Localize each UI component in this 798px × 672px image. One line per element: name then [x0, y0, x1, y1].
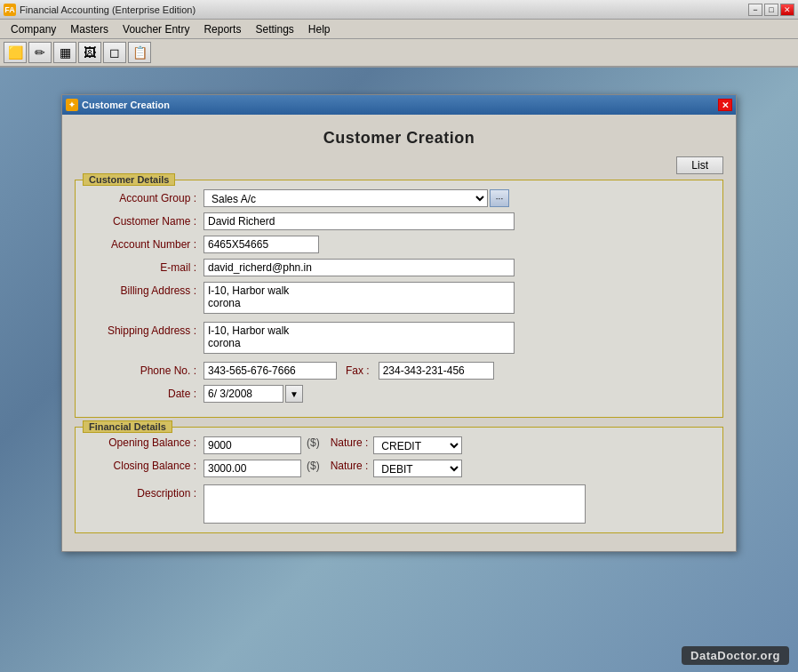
- dialog-close-button[interactable]: ✕: [718, 99, 732, 111]
- billing-address-label: Billing Address :: [88, 282, 203, 297]
- email-label: E-mail :: [88, 259, 203, 274]
- dialog-icon: ✦: [66, 99, 78, 111]
- account-number-label: Account Number :: [88, 236, 203, 251]
- maximize-button[interactable]: □: [764, 4, 778, 16]
- menu-bar: Company Masters Voucher Entry Reports Se…: [0, 20, 798, 39]
- closing-balance-row: Closing Balance : ($) Nature : DEBIT CRE…: [88, 460, 710, 477]
- minimize-button[interactable]: −: [748, 4, 762, 16]
- opening-nature-select[interactable]: CREDIT DEBIT: [373, 436, 462, 454]
- customer-name-input[interactable]: [203, 212, 515, 230]
- customer-name-control: [203, 212, 710, 230]
- toolbar-grid-btn[interactable]: ▦: [53, 42, 76, 63]
- toolbar-new-btn[interactable]: 🟨: [4, 42, 27, 63]
- toolbar-image-btn[interactable]: 🖼: [78, 42, 101, 63]
- closing-nature-label: Nature :: [325, 460, 374, 472]
- customer-details-group: Customer Details Account Group : Sales A…: [75, 180, 723, 418]
- shipping-address-label: Shipping Address :: [88, 322, 203, 337]
- main-area: ✦ Customer Creation ✕ Customer Creation …: [0, 68, 798, 672]
- dialog-title-text: Customer Creation: [82, 100, 170, 110]
- watermark: DataDoctor.org: [682, 646, 789, 665]
- dialog-body: Customer Creation List Customer Details …: [62, 115, 736, 551]
- customer-name-row: Customer Name :: [88, 212, 710, 230]
- date-control: ▼: [203, 385, 710, 403]
- dialog-title-left: ✦ Customer Creation: [66, 99, 170, 111]
- shipping-address-control: I-10, Harbor walk corona: [203, 322, 710, 356]
- billing-address-row: Billing Address : I-10, Harbor walk coro…: [88, 282, 710, 316]
- toolbar-box-btn[interactable]: ◻: [103, 42, 126, 63]
- account-number-input[interactable]: [203, 236, 319, 253]
- closing-balance-label: Closing Balance :: [88, 460, 203, 472]
- description-input[interactable]: [203, 484, 586, 524]
- list-button[interactable]: List: [676, 156, 723, 174]
- phone-input[interactable]: [203, 362, 337, 380]
- account-group-control: Sales A/c Purchase A/c Cash A/c ···: [203, 189, 710, 207]
- phone-fax-control: Fax :: [203, 362, 710, 380]
- menu-settings[interactable]: Settings: [248, 21, 300, 37]
- date-label: Date :: [88, 385, 203, 400]
- customer-details-legend: Customer Details: [83, 173, 175, 186]
- account-group-select[interactable]: Sales A/c Purchase A/c Cash A/c: [203, 189, 488, 207]
- account-number-row: Account Number :: [88, 236, 710, 253]
- billing-address-control: I-10, Harbor walk corona: [203, 282, 710, 316]
- date-inner: ▼: [203, 385, 710, 403]
- closing-balance-input[interactable]: [203, 460, 301, 477]
- closing-currency-symbol: ($): [301, 460, 325, 472]
- email-control: [203, 259, 710, 276]
- menu-company[interactable]: Company: [4, 21, 63, 37]
- account-number-control: [203, 236, 710, 253]
- opening-balance-label: Opening Balance :: [88, 436, 203, 449]
- description-row: Description :: [88, 484, 710, 524]
- shipping-address-input[interactable]: I-10, Harbor walk corona: [203, 322, 515, 354]
- phone-fax-inner: Fax :: [203, 362, 710, 380]
- dialog-title-bar: ✦ Customer Creation ✕: [62, 95, 736, 115]
- financial-details-group: Financial Details Opening Balance : ($) …: [75, 427, 723, 533]
- menu-voucher-entry[interactable]: Voucher Entry: [116, 21, 196, 37]
- fax-label: Fax :: [342, 364, 373, 377]
- account-group-row: Account Group : Sales A/c Purchase A/c C…: [88, 189, 710, 207]
- menu-reports[interactable]: Reports: [196, 21, 248, 37]
- dialog-header-title: Customer Creation: [75, 124, 723, 156]
- description-label: Description :: [88, 484, 203, 500]
- financial-details-legend: Financial Details: [83, 420, 172, 433]
- date-picker-btn[interactable]: ▼: [285, 385, 303, 403]
- phone-fax-row: Phone No. : Fax :: [88, 362, 710, 380]
- toolbar: 🟨 ✏ ▦ 🖼 ◻ 📋: [0, 39, 798, 68]
- title-bar-left: FA Financial Accounting (Enterprise Edit…: [4, 4, 196, 16]
- opening-currency-symbol: ($): [301, 436, 325, 449]
- shipping-address-row: Shipping Address : I-10, Harbor walk cor…: [88, 322, 710, 356]
- toolbar-edit-btn[interactable]: ✏: [28, 42, 52, 63]
- toolbar-print-btn[interactable]: 📋: [128, 42, 151, 63]
- menu-masters[interactable]: Masters: [63, 21, 116, 37]
- title-bar: FA Financial Accounting (Enterprise Edit…: [0, 0, 798, 20]
- opening-balance-row: Opening Balance : ($) Nature : CREDIT DE…: [88, 436, 710, 454]
- email-input[interactable]: [203, 259, 515, 276]
- account-group-browse-btn[interactable]: ···: [490, 189, 509, 207]
- customer-creation-dialog: ✦ Customer Creation ✕ Customer Creation …: [61, 94, 737, 552]
- email-row: E-mail :: [88, 259, 710, 276]
- date-input[interactable]: [203, 385, 283, 403]
- phone-label: Phone No. :: [88, 362, 203, 377]
- app-icon: FA: [4, 4, 16, 16]
- customer-name-label: Customer Name :: [88, 212, 203, 228]
- opening-balance-input[interactable]: [203, 436, 301, 454]
- app-title: Financial Accounting (Enterprise Edition…: [20, 4, 196, 15]
- app-close-button[interactable]: ✕: [780, 4, 794, 16]
- date-row: Date : ▼: [88, 385, 710, 403]
- billing-address-input[interactable]: I-10, Harbor walk corona: [203, 282, 515, 314]
- list-btn-row: List: [75, 156, 723, 174]
- title-bar-controls: − □ ✕: [748, 4, 794, 16]
- account-group-label: Account Group :: [88, 189, 203, 204]
- opening-nature-label: Nature :: [325, 436, 374, 449]
- menu-help[interactable]: Help: [301, 21, 338, 37]
- closing-nature-select[interactable]: DEBIT CREDIT: [373, 460, 462, 477]
- fax-input[interactable]: [379, 362, 494, 380]
